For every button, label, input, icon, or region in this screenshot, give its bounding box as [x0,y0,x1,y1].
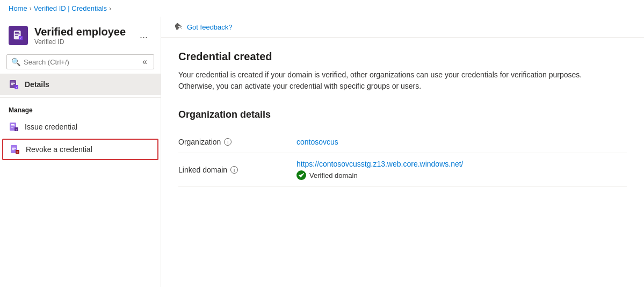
app-title: Verified employee [34,25,126,38]
revoke-icon: ✕ [10,144,20,155]
breadcrumb: Home › Verified ID | Credentials › [0,0,644,17]
details-icon: ✓ [9,79,19,90]
breadcrumb-sep2: › [109,5,111,12]
collapse-button[interactable]: « [140,57,149,67]
svg-rect-21 [12,149,15,150]
sidebar-item-issue[interactable]: + Issue credential [0,116,161,138]
svg-rect-14 [11,126,15,126]
feedback-bar: 🗣 Got feedback? [161,17,644,38]
svg-text:+: + [16,128,17,131]
org-link[interactable]: contosovcus [296,138,338,146]
svg-rect-9 [11,84,13,85]
svg-rect-3 [15,35,18,35]
content-body: Credential created Your credential is cr… [161,38,644,200]
org-value-linked-domain: https://contosovcusstg.z13.web.core.wind… [296,153,627,187]
svg-rect-2 [15,33,20,34]
check-circle-icon [296,170,306,180]
svg-rect-8 [11,83,15,84]
search-input[interactable] [24,58,137,66]
sidebar-item-revoke[interactable]: ✕ Revoke a credential [2,139,158,160]
svg-rect-13 [11,124,15,125]
verified-domain-label: Verified domain [309,171,358,180]
feedback-icon: 🗣 [174,22,183,32]
svg-rect-20 [12,148,16,149]
org-label-linked-domain: Linked domain i [178,153,296,187]
linked-domain-link[interactable]: https://contosovcusstg.z13.web.core.wind… [296,160,464,168]
manage-section-label: Manage [0,97,161,116]
org-info-icon[interactable]: i [224,138,231,146]
sidebar-item-details[interactable]: ✓ Details [0,74,161,95]
breadcrumb-home[interactable]: Home [9,4,27,12]
sidebar-item-details-label: Details [25,80,49,89]
breadcrumb-credentials[interactable]: Verified ID | Credentials [34,4,107,12]
issue-icon: + [9,121,19,132]
svg-rect-15 [11,127,13,127]
sidebar-title: Verified employee Verified ID [34,25,126,46]
app-icon: ✓ [9,26,28,45]
org-details-table: Organization i contosovcus Linked domain… [178,131,627,187]
feedback-label[interactable]: Got feedback? [187,23,233,31]
breadcrumb-sep1: › [30,5,32,12]
credential-section-desc: Your credential is created if your domai… [178,69,608,92]
svg-text:✓: ✓ [19,36,22,40]
sidebar-nav: ✓ Details Manage + Issue [0,74,161,287]
credential-icon: ✓ [12,30,24,41]
linked-domain-info-icon[interactable]: i [230,166,238,174]
svg-text:✓: ✓ [16,85,18,89]
svg-rect-1 [15,32,19,33]
org-label-organization: Organization i [178,131,296,153]
org-section-title: Organization details [178,109,627,120]
sidebar-item-issue-label: Issue credential [25,123,77,131]
verified-badge: Verified domain [296,170,358,180]
credential-section-title: Credential created [178,51,627,63]
svg-rect-7 [11,82,15,82]
org-value-organization: contosovcus [296,131,627,153]
search-box[interactable]: 🔍 « [6,54,154,69]
ellipsis-button[interactable]: ... [135,27,152,43]
main-content: 🗣 Got feedback? Credential created Your … [161,17,644,287]
search-icon: 🔍 [11,58,20,66]
app-subtitle: Verified ID [34,38,126,46]
sidebar-item-revoke-label: Revoke a credential [26,145,92,154]
svg-text:✕: ✕ [16,150,19,154]
sidebar-header: ✓ Verified employee Verified ID ... [0,17,161,50]
sidebar: ✓ Verified employee Verified ID ... 🔍 « [0,17,161,287]
svg-rect-19 [12,147,16,147]
